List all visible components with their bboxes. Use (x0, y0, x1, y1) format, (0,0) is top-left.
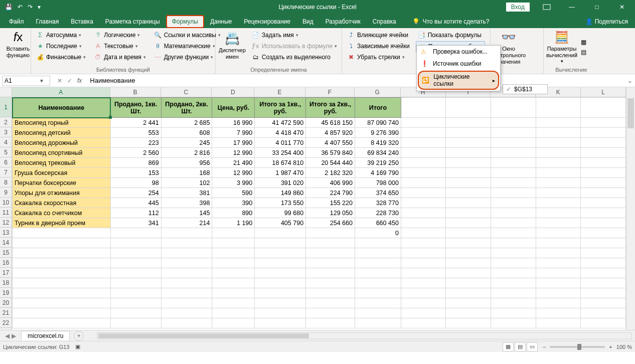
cell[interactable] (581, 128, 626, 138)
cell[interactable] (255, 238, 306, 248)
cell[interactable]: 33 254 400 (255, 148, 306, 158)
cell[interactable]: 590 (212, 188, 255, 198)
cell[interactable]: Велосипед детский (13, 128, 111, 138)
cell[interactable]: 2 182 320 (306, 168, 355, 178)
cell[interactable] (581, 168, 626, 178)
financial-button[interactable]: 💰Финансовые (34, 52, 88, 62)
header-cell[interactable]: Итого за 1кв., руб. (255, 98, 306, 118)
cell[interactable] (355, 248, 401, 258)
zoom-level[interactable]: 100 % (616, 344, 632, 350)
cell[interactable] (212, 268, 255, 278)
calc-sheet-icon[interactable]: ▤ (581, 49, 586, 56)
cell[interactable] (581, 318, 626, 328)
cell[interactable] (446, 148, 491, 158)
row-header-19[interactable]: 19 (0, 288, 12, 298)
col-header-B[interactable]: B (110, 87, 161, 97)
cell[interactable] (212, 318, 255, 328)
row-header-5[interactable]: 5 (0, 147, 12, 157)
cell[interactable]: 145 (161, 208, 212, 218)
cell[interactable] (401, 118, 446, 128)
cell[interactable] (255, 228, 306, 238)
cell[interactable]: 381 (161, 188, 212, 198)
cell[interactable]: Велосипед горный (13, 118, 111, 128)
cell[interactable] (306, 288, 355, 298)
cell[interactable] (491, 208, 536, 218)
cell[interactable] (491, 218, 536, 228)
cell[interactable]: 2 685 (161, 118, 212, 128)
cell[interactable] (306, 248, 355, 258)
tab-formulas[interactable]: Формулы (166, 15, 204, 28)
lookup-button[interactable]: 🔍Ссылки и массивы (152, 30, 223, 40)
row-header-18[interactable]: 18 (0, 278, 12, 288)
redo-icon[interactable]: ↷ (28, 4, 33, 11)
row-header-20[interactable]: 20 (0, 298, 12, 308)
row-header-6[interactable]: 6 (0, 157, 12, 167)
cell[interactable]: 39 219 250 (355, 158, 401, 168)
share-button[interactable]: 👤 Поделиться (578, 15, 635, 28)
cell[interactable] (446, 278, 491, 288)
tab-help[interactable]: Справка (367, 15, 402, 28)
cell[interactable] (446, 318, 491, 328)
cell[interactable] (355, 318, 401, 328)
trace-dependents-button[interactable]: ⤵Зависимые ячейки (345, 41, 412, 51)
name-box-dropdown-icon[interactable]: ▾ (38, 77, 46, 84)
tell-me[interactable]: 💡 Что вы хотите сделать? (406, 15, 496, 28)
cell[interactable] (536, 218, 581, 228)
view-page-break-icon[interactable]: ▭ (527, 342, 538, 351)
remove-arrows-button[interactable]: ✖Убрать стрелки (345, 52, 412, 62)
view-page-layout-icon[interactable]: ▤ (515, 342, 526, 351)
undo-icon[interactable]: ↶ (18, 4, 23, 11)
row-header-21[interactable]: 21 (0, 308, 12, 318)
cell[interactable]: 4 418 470 (255, 128, 306, 138)
cell[interactable] (446, 218, 491, 228)
expand-formula-bar-icon[interactable]: ⌄ (625, 77, 635, 84)
header-cell[interactable]: Наименование (13, 98, 111, 118)
row-header-14[interactable]: 14 (0, 238, 12, 248)
cell[interactable] (491, 138, 536, 148)
cell[interactable]: 1 190 (212, 218, 255, 228)
cell[interactable]: Упоры для отжимания (13, 188, 111, 198)
cell[interactable] (401, 188, 446, 198)
cell[interactable] (255, 268, 306, 278)
cell[interactable] (110, 228, 161, 238)
tab-developer[interactable]: Разработчик (320, 15, 367, 28)
cell[interactable]: 245 (161, 138, 212, 148)
cell[interactable] (446, 308, 491, 318)
cell[interactable] (536, 248, 581, 258)
cell[interactable] (110, 288, 161, 298)
save-icon[interactable]: 💾 (5, 4, 13, 11)
cell[interactable] (491, 268, 536, 278)
cell[interactable] (306, 278, 355, 288)
cell[interactable] (446, 138, 491, 148)
cell[interactable] (401, 168, 446, 178)
cancel-formula-icon[interactable]: ✕ (57, 77, 62, 84)
cell[interactable] (401, 158, 446, 168)
cell[interactable] (355, 298, 401, 308)
cell[interactable]: 129 050 (306, 208, 355, 218)
row-header-8[interactable]: 8 (0, 177, 12, 188)
cell[interactable] (581, 198, 626, 208)
cell[interactable] (581, 138, 626, 148)
cell[interactable]: 398 (161, 198, 212, 208)
tab-review[interactable]: Рецензирование (238, 15, 296, 28)
row-header-12[interactable]: 12 (0, 218, 12, 228)
cell[interactable] (110, 258, 161, 268)
cell[interactable]: 2 441 (110, 118, 161, 128)
cell[interactable]: 12 990 (212, 148, 255, 158)
sheet-tab[interactable]: microexcel.ru (21, 331, 70, 340)
cell[interactable] (161, 238, 212, 248)
cell[interactable] (491, 298, 536, 308)
row-header-3[interactable]: 3 (0, 127, 12, 137)
tab-view[interactable]: Вид (296, 15, 320, 28)
cell[interactable] (306, 298, 355, 308)
header-cell[interactable]: Цена, руб. (212, 98, 255, 118)
row-header-22[interactable]: 22 (0, 318, 12, 328)
cell[interactable] (536, 168, 581, 178)
cell[interactable] (581, 298, 626, 308)
cell[interactable] (536, 188, 581, 198)
tab-insert[interactable]: Вставка (65, 15, 99, 28)
cell[interactable] (581, 248, 626, 258)
cell[interactable]: Скакалка скоростная (13, 198, 111, 208)
cell[interactable] (581, 228, 626, 238)
formula-input[interactable] (87, 77, 625, 84)
